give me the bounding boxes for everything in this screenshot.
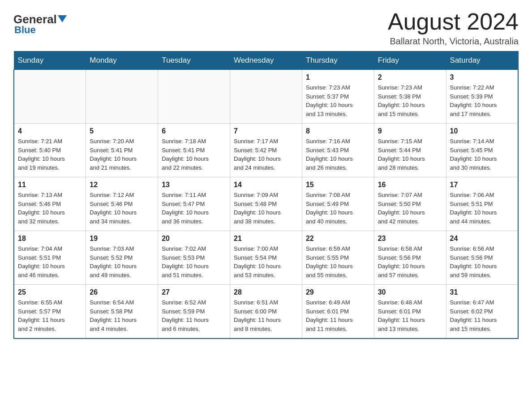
- calendar-cell: 26Sunrise: 6:54 AMSunset: 5:58 PMDayligh…: [86, 285, 158, 338]
- day-info: Sunrise: 7:08 AMSunset: 5:49 PMDaylight:…: [306, 191, 370, 226]
- day-number: 11: [18, 181, 82, 189]
- day-info: Sunrise: 7:15 AMSunset: 5:44 PMDaylight:…: [378, 137, 442, 172]
- calendar-cell: 10Sunrise: 7:14 AMSunset: 5:45 PMDayligh…: [446, 124, 518, 177]
- week-row-2: 4Sunrise: 7:21 AMSunset: 5:40 PMDaylight…: [14, 124, 518, 177]
- calendar-cell: 25Sunrise: 6:55 AMSunset: 5:57 PMDayligh…: [14, 285, 86, 338]
- calendar-header-row: Sunday Monday Tuesday Wednesday Thursday…: [14, 51, 518, 70]
- calendar-cell: 21Sunrise: 7:00 AMSunset: 5:54 PMDayligh…: [230, 231, 302, 285]
- calendar-cell: 13Sunrise: 7:11 AMSunset: 5:47 PMDayligh…: [158, 177, 230, 231]
- calendar-cell: 16Sunrise: 7:07 AMSunset: 5:50 PMDayligh…: [374, 177, 446, 231]
- day-info: Sunrise: 6:51 AMSunset: 6:00 PMDaylight:…: [234, 298, 298, 333]
- day-number: 1: [306, 73, 370, 81]
- col-saturday: Saturday: [446, 51, 518, 70]
- day-info: Sunrise: 6:56 AMSunset: 5:56 PMDaylight:…: [450, 244, 514, 279]
- calendar-cell: [14, 70, 86, 124]
- calendar-cell: 7Sunrise: 7:17 AMSunset: 5:42 PMDaylight…: [230, 124, 302, 177]
- day-info: Sunrise: 7:07 AMSunset: 5:50 PMDaylight:…: [378, 191, 442, 226]
- calendar-cell: 23Sunrise: 6:58 AMSunset: 5:56 PMDayligh…: [374, 231, 446, 285]
- day-info: Sunrise: 7:12 AMSunset: 5:46 PMDaylight:…: [90, 191, 154, 226]
- day-info: Sunrise: 7:03 AMSunset: 5:52 PMDaylight:…: [90, 244, 154, 279]
- day-info: Sunrise: 6:47 AMSunset: 6:02 PMDaylight:…: [450, 298, 514, 333]
- day-info: Sunrise: 6:54 AMSunset: 5:58 PMDaylight:…: [90, 298, 154, 333]
- day-number: 6: [162, 127, 226, 135]
- day-number: 9: [378, 127, 442, 135]
- logo-blue: Blue: [14, 24, 36, 36]
- day-number: 17: [450, 181, 514, 189]
- day-info: Sunrise: 7:23 AMSunset: 5:38 PMDaylight:…: [378, 83, 442, 118]
- day-number: 14: [234, 181, 298, 189]
- logo-triangle-icon: [58, 15, 67, 22]
- day-info: Sunrise: 7:00 AMSunset: 5:54 PMDaylight:…: [234, 244, 298, 279]
- day-info: Sunrise: 7:04 AMSunset: 5:51 PMDaylight:…: [18, 244, 82, 279]
- calendar-cell: 6Sunrise: 7:18 AMSunset: 5:41 PMDaylight…: [158, 124, 230, 177]
- day-number: 23: [378, 235, 442, 243]
- calendar-cell: 31Sunrise: 6:47 AMSunset: 6:02 PMDayligh…: [446, 285, 518, 338]
- day-number: 12: [90, 181, 154, 189]
- col-tuesday: Tuesday: [158, 51, 230, 70]
- calendar-cell: 12Sunrise: 7:12 AMSunset: 5:46 PMDayligh…: [86, 177, 158, 231]
- day-number: 24: [450, 235, 514, 243]
- col-wednesday: Wednesday: [230, 51, 302, 70]
- day-info: Sunrise: 6:58 AMSunset: 5:56 PMDaylight:…: [378, 244, 442, 279]
- logo-general: General: [13, 13, 67, 25]
- day-number: 13: [162, 181, 226, 189]
- calendar-cell: 15Sunrise: 7:08 AMSunset: 5:49 PMDayligh…: [302, 177, 374, 231]
- col-sunday: Sunday: [14, 51, 86, 70]
- col-friday: Friday: [374, 51, 446, 70]
- col-thursday: Thursday: [302, 51, 374, 70]
- day-number: 26: [90, 288, 154, 296]
- day-number: 10: [450, 127, 514, 135]
- day-info: Sunrise: 7:20 AMSunset: 5:41 PMDaylight:…: [90, 137, 154, 172]
- day-number: 7: [234, 127, 298, 135]
- day-info: Sunrise: 7:22 AMSunset: 5:39 PMDaylight:…: [450, 83, 514, 118]
- day-number: 18: [18, 235, 82, 243]
- calendar-cell: 20Sunrise: 7:02 AMSunset: 5:53 PMDayligh…: [158, 231, 230, 285]
- calendar-cell: 29Sunrise: 6:49 AMSunset: 6:01 PMDayligh…: [302, 285, 374, 338]
- day-number: 15: [306, 181, 370, 189]
- calendar-cell: [158, 70, 230, 124]
- calendar-cell: 27Sunrise: 6:52 AMSunset: 5:59 PMDayligh…: [158, 285, 230, 338]
- day-number: 5: [90, 127, 154, 135]
- calendar-title: August 2024: [388, 9, 519, 34]
- day-info: Sunrise: 6:59 AMSunset: 5:55 PMDaylight:…: [306, 244, 370, 279]
- day-info: Sunrise: 6:55 AMSunset: 5:57 PMDaylight:…: [18, 298, 82, 333]
- day-number: 21: [234, 235, 298, 243]
- day-info: Sunrise: 7:23 AMSunset: 5:37 PMDaylight:…: [306, 83, 370, 118]
- calendar-cell: 3Sunrise: 7:22 AMSunset: 5:39 PMDaylight…: [446, 70, 518, 124]
- day-info: Sunrise: 7:14 AMSunset: 5:45 PMDaylight:…: [450, 137, 514, 172]
- day-number: 29: [306, 288, 370, 296]
- calendar-cell: 2Sunrise: 7:23 AMSunset: 5:38 PMDaylight…: [374, 70, 446, 124]
- logo: General Blue: [13, 13, 67, 36]
- day-info: Sunrise: 6:52 AMSunset: 5:59 PMDaylight:…: [162, 298, 226, 333]
- day-info: Sunrise: 6:48 AMSunset: 6:01 PMDaylight:…: [378, 298, 442, 333]
- calendar-cell: [86, 70, 158, 124]
- day-info: Sunrise: 7:09 AMSunset: 5:48 PMDaylight:…: [234, 191, 298, 226]
- day-info: Sunrise: 7:17 AMSunset: 5:42 PMDaylight:…: [234, 137, 298, 172]
- calendar-cell: 30Sunrise: 6:48 AMSunset: 6:01 PMDayligh…: [374, 285, 446, 338]
- day-number: 25: [18, 288, 82, 296]
- day-number: 31: [450, 288, 514, 296]
- calendar-cell: 17Sunrise: 7:06 AMSunset: 5:51 PMDayligh…: [446, 177, 518, 231]
- calendar-cell: [230, 70, 302, 124]
- calendar-cell: 22Sunrise: 6:59 AMSunset: 5:55 PMDayligh…: [302, 231, 374, 285]
- col-monday: Monday: [86, 51, 158, 70]
- day-info: Sunrise: 7:13 AMSunset: 5:46 PMDaylight:…: [18, 191, 82, 226]
- week-row-5: 25Sunrise: 6:55 AMSunset: 5:57 PMDayligh…: [14, 285, 518, 338]
- calendar-cell: 1Sunrise: 7:23 AMSunset: 5:37 PMDaylight…: [302, 70, 374, 124]
- week-row-4: 18Sunrise: 7:04 AMSunset: 5:51 PMDayligh…: [14, 231, 518, 285]
- day-number: 20: [162, 235, 226, 243]
- week-row-1: 1Sunrise: 7:23 AMSunset: 5:37 PMDaylight…: [14, 70, 518, 124]
- day-info: Sunrise: 6:49 AMSunset: 6:01 PMDaylight:…: [306, 298, 370, 333]
- page-header: General Blue August 2024 Ballarat North,…: [13, 9, 519, 47]
- calendar-cell: 8Sunrise: 7:16 AMSunset: 5:43 PMDaylight…: [302, 124, 374, 177]
- day-number: 2: [378, 73, 442, 81]
- day-number: 28: [234, 288, 298, 296]
- day-number: 4: [18, 127, 82, 135]
- day-info: Sunrise: 7:06 AMSunset: 5:51 PMDaylight:…: [450, 191, 514, 226]
- day-info: Sunrise: 7:16 AMSunset: 5:43 PMDaylight:…: [306, 137, 370, 172]
- calendar-cell: 19Sunrise: 7:03 AMSunset: 5:52 PMDayligh…: [86, 231, 158, 285]
- calendar-subtitle: Ballarat North, Victoria, Australia: [388, 36, 519, 47]
- day-info: Sunrise: 7:02 AMSunset: 5:53 PMDaylight:…: [162, 244, 226, 279]
- day-info: Sunrise: 7:18 AMSunset: 5:41 PMDaylight:…: [162, 137, 226, 172]
- calendar-table: Sunday Monday Tuesday Wednesday Thursday…: [13, 51, 519, 339]
